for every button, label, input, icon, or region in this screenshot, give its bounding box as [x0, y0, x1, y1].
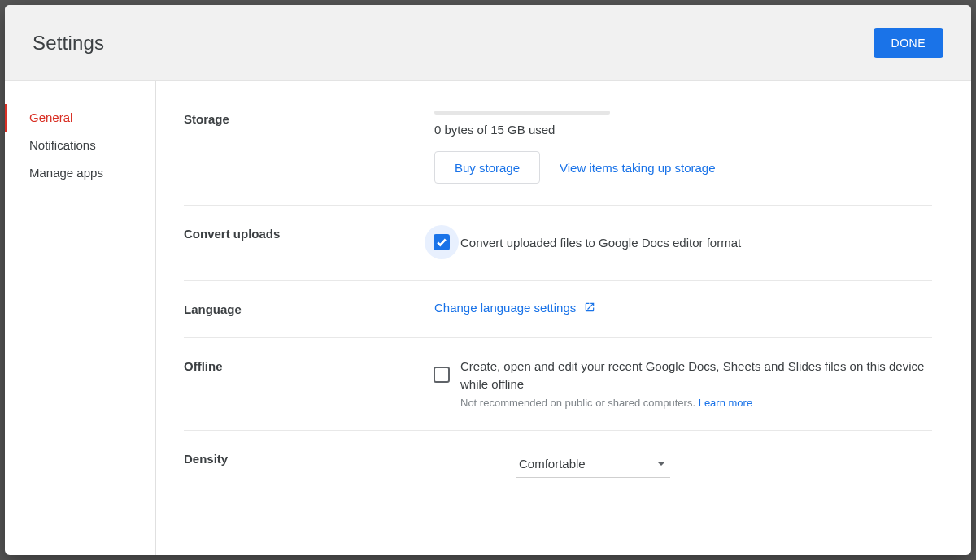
settings-content: Storage 0 bytes of 15 GB used Buy storag…	[156, 81, 971, 555]
check-icon	[436, 237, 447, 248]
offline-hint-text: Not recommended on public or shared comp…	[460, 397, 699, 409]
buy-storage-button[interactable]: Buy storage	[434, 151, 540, 184]
offline-checkbox-wrap	[425, 358, 459, 392]
section-label-density: Density	[184, 450, 434, 478]
section-convert-uploads: Convert uploads Convert uploaded files t…	[184, 206, 932, 281]
density-selected-value: Comfortable	[519, 457, 586, 471]
offline-learn-more-link[interactable]: Learn more	[699, 397, 752, 409]
section-language: Language Change language settings	[184, 281, 932, 338]
section-label-storage: Storage	[184, 111, 434, 184]
dialog-body: General Notifications Manage apps Storag…	[5, 81, 971, 555]
settings-sidebar: General Notifications Manage apps	[5, 81, 156, 555]
sidebar-item-general[interactable]: General	[5, 104, 155, 132]
section-body-storage: 0 bytes of 15 GB used Buy storage View i…	[434, 111, 932, 184]
change-language-link[interactable]: Change language settings	[434, 301, 595, 315]
done-button[interactable]: DONE	[874, 28, 943, 58]
offline-label: Create, open and edit your recent Google…	[460, 358, 932, 393]
change-language-label: Change language settings	[434, 301, 576, 315]
sidebar-item-notifications[interactable]: Notifications	[5, 132, 155, 159]
dialog-title: Settings	[33, 32, 104, 54]
storage-usage-text: 0 bytes of 15 GB used	[434, 123, 932, 137]
section-density: Density Comfortable	[184, 431, 932, 499]
density-select[interactable]: Comfortable	[516, 450, 670, 478]
external-link-icon	[584, 302, 595, 313]
section-body-language: Change language settings	[434, 301, 932, 316]
section-storage: Storage 0 bytes of 15 GB used Buy storag…	[184, 106, 932, 206]
view-storage-items-link[interactable]: View items taking up storage	[560, 161, 716, 175]
storage-actions: Buy storage View items taking up storage	[434, 151, 932, 184]
dialog-header: Settings DONE	[5, 5, 971, 81]
convert-uploads-checkbox[interactable]	[434, 234, 450, 250]
offline-checkbox[interactable]	[434, 367, 450, 383]
sidebar-item-manage-apps[interactable]: Manage apps	[5, 159, 155, 187]
section-body-density: Comfortable	[434, 450, 932, 478]
settings-dialog: Settings DONE General Notifications Mana…	[5, 5, 971, 555]
section-label-language: Language	[184, 301, 434, 316]
convert-uploads-label: Convert uploaded files to Google Docs ed…	[460, 236, 741, 250]
section-body-convert: Convert uploaded files to Google Docs ed…	[434, 225, 932, 259]
section-offline: Offline Create, open and edit your recen…	[184, 338, 932, 431]
storage-usage-bar	[434, 111, 610, 115]
convert-checkbox-wrap	[425, 225, 459, 259]
chevron-down-icon	[657, 462, 665, 466]
offline-hint: Not recommended on public or shared comp…	[460, 397, 932, 409]
section-label-offline: Offline	[184, 358, 434, 409]
section-body-offline: Create, open and edit your recent Google…	[434, 358, 932, 409]
section-label-convert: Convert uploads	[184, 225, 434, 259]
